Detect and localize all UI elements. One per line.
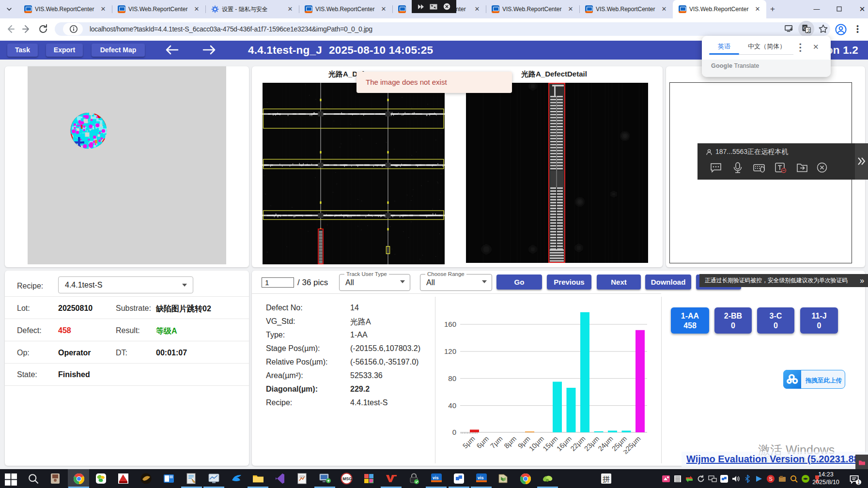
svg-text:0: 0	[452, 428, 456, 436]
svg-text:5µm: 5µm	[461, 435, 476, 450]
svg-text:6µm: 6µm	[475, 435, 490, 450]
svg-text:拼: 拼	[603, 475, 610, 483]
svg-text:文: 文	[806, 28, 811, 33]
svg-text:10µm: 10µm	[527, 435, 545, 453]
svg-text:120: 120	[444, 347, 456, 355]
svg-text:1: 1	[857, 479, 860, 485]
svg-text:160: 160	[444, 320, 456, 328]
svg-text:16µm: 16µm	[555, 435, 573, 453]
svg-text:23µm: 23µm	[583, 435, 601, 453]
svg-text:24µm: 24µm	[596, 435, 614, 453]
svg-text:80: 80	[448, 374, 456, 382]
svg-text:8µm: 8µm	[503, 435, 518, 450]
svg-text:22µm: 22µm	[569, 435, 587, 453]
svg-text:vis: vis	[433, 475, 439, 480]
svg-text:7µm: 7µm	[489, 435, 504, 450]
svg-text:15µm: 15µm	[541, 435, 559, 453]
svg-text:MSG: MSG	[342, 476, 352, 481]
svg-text:S: S	[769, 476, 773, 482]
svg-text:vis: vis	[478, 475, 484, 480]
svg-text:40: 40	[448, 401, 456, 410]
